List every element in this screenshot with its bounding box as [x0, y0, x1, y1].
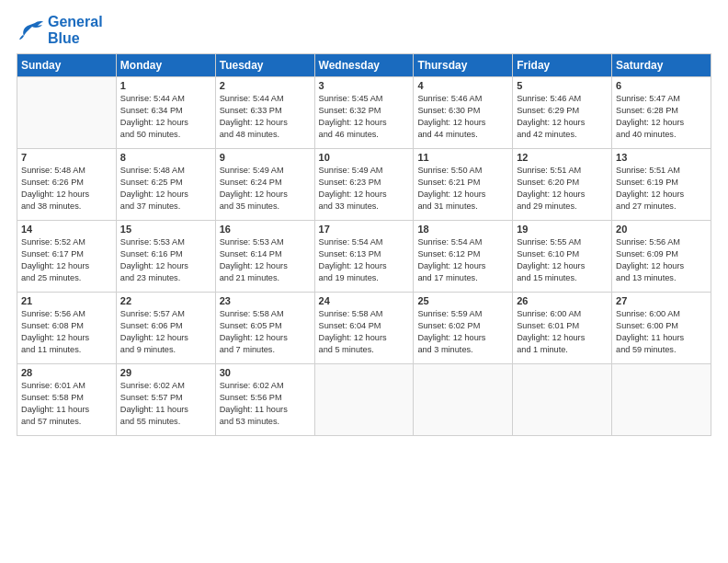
day-cell: 29Sunrise: 6:02 AM Sunset: 5:57 PM Dayli… [116, 364, 215, 436]
week-row-3: 14Sunrise: 5:52 AM Sunset: 6:17 PM Dayli… [17, 221, 711, 293]
day-cell: 6Sunrise: 5:47 AM Sunset: 6:28 PM Daylig… [612, 77, 711, 149]
day-cell: 25Sunrise: 5:59 AM Sunset: 6:02 PM Dayli… [414, 293, 513, 364]
week-row-2: 7Sunrise: 5:48 AM Sunset: 6:26 PM Daylig… [17, 149, 711, 221]
day-cell: 7Sunrise: 5:48 AM Sunset: 6:26 PM Daylig… [17, 149, 117, 221]
day-info: Sunrise: 5:58 AM Sunset: 6:04 PM Dayligh… [319, 308, 410, 356]
day-info: Sunrise: 5:51 AM Sunset: 6:20 PM Dayligh… [517, 165, 608, 213]
day-info: Sunrise: 6:00 AM Sunset: 6:00 PM Dayligh… [616, 308, 707, 356]
day-number: 28 [21, 367, 112, 378]
day-cell: 2Sunrise: 5:44 AM Sunset: 6:33 PM Daylig… [215, 77, 314, 149]
day-number: 4 [417, 80, 508, 91]
day-cell: 15Sunrise: 5:53 AM Sunset: 6:16 PM Dayli… [116, 221, 215, 293]
col-header-sunday: Sunday [17, 54, 117, 77]
day-info: Sunrise: 5:54 AM Sunset: 6:12 PM Dayligh… [417, 236, 508, 284]
day-info: Sunrise: 5:53 AM Sunset: 6:14 PM Dayligh… [220, 236, 311, 284]
day-cell: 30Sunrise: 6:02 AM Sunset: 5:56 PM Dayli… [215, 364, 314, 436]
week-row-1: 1Sunrise: 5:44 AM Sunset: 6:34 PM Daylig… [17, 77, 711, 149]
logo-icon [17, 19, 44, 41]
col-header-thursday: Thursday [414, 54, 513, 77]
day-cell [612, 364, 711, 436]
col-header-saturday: Saturday [612, 54, 711, 77]
day-cell: 22Sunrise: 5:57 AM Sunset: 6:06 PM Dayli… [116, 293, 215, 364]
day-number: 17 [319, 224, 410, 235]
day-number: 24 [319, 295, 410, 306]
day-number: 10 [319, 152, 410, 163]
day-number: 12 [517, 152, 608, 163]
header-row: SundayMondayTuesdayWednesdayThursdayFrid… [17, 54, 711, 77]
day-number: 22 [120, 295, 211, 306]
day-info: Sunrise: 5:59 AM Sunset: 6:02 PM Dayligh… [417, 308, 508, 356]
day-cell: 17Sunrise: 5:54 AM Sunset: 6:13 PM Dayli… [314, 221, 414, 293]
day-info: Sunrise: 6:02 AM Sunset: 5:56 PM Dayligh… [220, 380, 311, 428]
day-info: Sunrise: 5:46 AM Sunset: 6:30 PM Dayligh… [417, 93, 508, 141]
week-row-4: 21Sunrise: 5:56 AM Sunset: 6:08 PM Dayli… [17, 293, 711, 364]
logo-text: General Blue [48, 14, 103, 46]
day-number: 11 [417, 152, 508, 163]
day-info: Sunrise: 5:56 AM Sunset: 6:09 PM Dayligh… [616, 236, 707, 284]
week-row-5: 28Sunrise: 6:01 AM Sunset: 5:58 PM Dayli… [17, 364, 711, 436]
day-info: Sunrise: 5:57 AM Sunset: 6:06 PM Dayligh… [120, 308, 211, 356]
day-cell [513, 364, 612, 436]
day-number: 16 [220, 224, 311, 235]
day-info: Sunrise: 5:44 AM Sunset: 6:34 PM Dayligh… [120, 93, 211, 141]
day-cell [314, 364, 414, 436]
day-cell: 27Sunrise: 6:00 AM Sunset: 6:00 PM Dayli… [612, 293, 711, 364]
col-header-wednesday: Wednesday [314, 54, 414, 77]
day-number: 20 [616, 224, 707, 235]
day-number: 9 [220, 152, 311, 163]
day-cell: 13Sunrise: 5:51 AM Sunset: 6:19 PM Dayli… [612, 149, 711, 221]
day-info: Sunrise: 5:46 AM Sunset: 6:29 PM Dayligh… [517, 93, 608, 141]
day-number: 21 [21, 295, 112, 306]
day-info: Sunrise: 5:49 AM Sunset: 6:23 PM Dayligh… [319, 165, 410, 213]
day-cell: 4Sunrise: 5:46 AM Sunset: 6:30 PM Daylig… [414, 77, 513, 149]
day-info: Sunrise: 5:48 AM Sunset: 6:25 PM Dayligh… [120, 165, 211, 213]
day-number: 13 [616, 152, 707, 163]
day-number: 23 [220, 295, 311, 306]
day-cell: 16Sunrise: 5:53 AM Sunset: 6:14 PM Dayli… [215, 221, 314, 293]
day-number: 3 [319, 80, 410, 91]
day-number: 2 [220, 80, 311, 91]
day-info: Sunrise: 5:45 AM Sunset: 6:32 PM Dayligh… [319, 93, 410, 141]
day-info: Sunrise: 6:00 AM Sunset: 6:01 PM Dayligh… [517, 308, 608, 356]
day-cell: 11Sunrise: 5:50 AM Sunset: 6:21 PM Dayli… [414, 149, 513, 221]
day-cell: 24Sunrise: 5:58 AM Sunset: 6:04 PM Dayli… [314, 293, 414, 364]
day-number: 18 [417, 224, 508, 235]
day-cell: 8Sunrise: 5:48 AM Sunset: 6:25 PM Daylig… [116, 149, 215, 221]
day-info: Sunrise: 5:53 AM Sunset: 6:16 PM Dayligh… [120, 236, 211, 284]
day-cell: 12Sunrise: 5:51 AM Sunset: 6:20 PM Dayli… [513, 149, 612, 221]
day-info: Sunrise: 5:54 AM Sunset: 6:13 PM Dayligh… [319, 236, 410, 284]
calendar-table: SundayMondayTuesdayWednesdayThursdayFrid… [17, 53, 711, 436]
day-info: Sunrise: 5:56 AM Sunset: 6:08 PM Dayligh… [21, 308, 112, 356]
day-info: Sunrise: 5:55 AM Sunset: 6:10 PM Dayligh… [517, 236, 608, 284]
day-cell: 1Sunrise: 5:44 AM Sunset: 6:34 PM Daylig… [116, 77, 215, 149]
day-cell: 14Sunrise: 5:52 AM Sunset: 6:17 PM Dayli… [17, 221, 117, 293]
logo: General Blue [17, 14, 103, 46]
col-header-monday: Monday [116, 54, 215, 77]
day-cell: 19Sunrise: 5:55 AM Sunset: 6:10 PM Dayli… [513, 221, 612, 293]
day-info: Sunrise: 6:02 AM Sunset: 5:57 PM Dayligh… [120, 380, 211, 428]
day-cell: 21Sunrise: 5:56 AM Sunset: 6:08 PM Dayli… [17, 293, 117, 364]
day-cell: 18Sunrise: 5:54 AM Sunset: 6:12 PM Dayli… [414, 221, 513, 293]
logo-line1: General [48, 14, 103, 29]
day-info: Sunrise: 5:58 AM Sunset: 6:05 PM Dayligh… [220, 308, 311, 356]
day-info: Sunrise: 5:44 AM Sunset: 6:33 PM Dayligh… [220, 93, 311, 141]
day-number: 6 [616, 80, 707, 91]
day-info: Sunrise: 5:47 AM Sunset: 6:28 PM Dayligh… [616, 93, 707, 141]
day-info: Sunrise: 5:52 AM Sunset: 6:17 PM Dayligh… [21, 236, 112, 284]
day-number: 30 [220, 367, 311, 378]
header: General Blue [17, 14, 711, 46]
day-cell: 26Sunrise: 6:00 AM Sunset: 6:01 PM Dayli… [513, 293, 612, 364]
day-info: Sunrise: 6:01 AM Sunset: 5:58 PM Dayligh… [21, 380, 112, 428]
day-number: 29 [120, 367, 211, 378]
page: General Blue SundayMondayTuesdayWednesda… [0, 0, 728, 563]
day-cell: 23Sunrise: 5:58 AM Sunset: 6:05 PM Dayli… [215, 293, 314, 364]
day-cell: 5Sunrise: 5:46 AM Sunset: 6:29 PM Daylig… [513, 77, 612, 149]
day-cell: 28Sunrise: 6:01 AM Sunset: 5:58 PM Dayli… [17, 364, 117, 436]
day-info: Sunrise: 5:51 AM Sunset: 6:19 PM Dayligh… [616, 165, 707, 213]
day-cell: 10Sunrise: 5:49 AM Sunset: 6:23 PM Dayli… [314, 149, 414, 221]
logo-line2: Blue [48, 30, 103, 47]
day-info: Sunrise: 5:49 AM Sunset: 6:24 PM Dayligh… [220, 165, 311, 213]
day-info: Sunrise: 5:48 AM Sunset: 6:26 PM Dayligh… [21, 165, 112, 213]
day-number: 1 [120, 80, 211, 91]
col-header-friday: Friday [513, 54, 612, 77]
